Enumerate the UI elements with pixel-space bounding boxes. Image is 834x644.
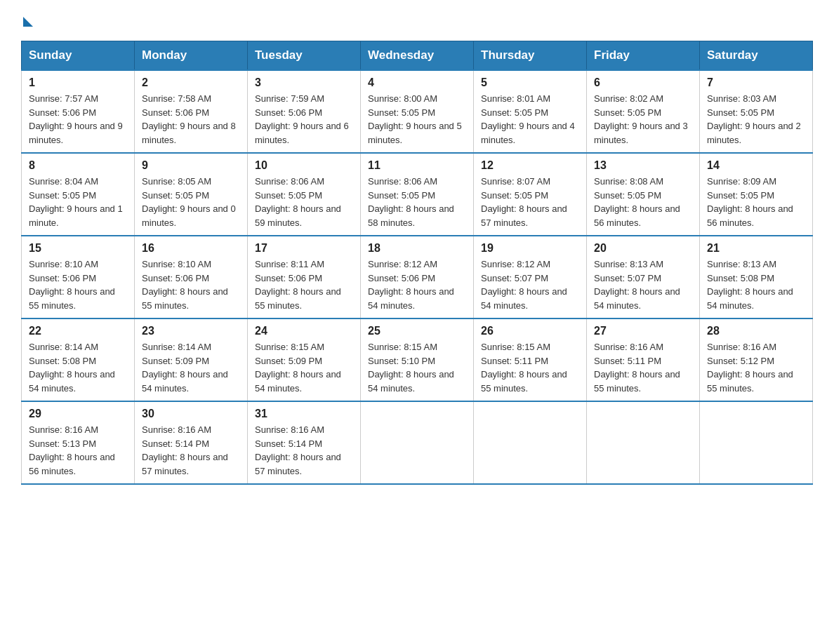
day-info: Sunrise: 8:12 AMSunset: 5:07 PMDaylight:…: [481, 259, 567, 311]
day-info: Sunrise: 8:08 AMSunset: 5:05 PMDaylight:…: [594, 176, 680, 228]
day-number: 12: [481, 159, 579, 172]
calendar-cell: 13 Sunrise: 8:08 AMSunset: 5:05 PMDaylig…: [587, 153, 700, 236]
calendar-cell: 28 Sunrise: 8:16 AMSunset: 5:12 PMDaylig…: [700, 318, 813, 401]
day-info: Sunrise: 8:15 AMSunset: 5:10 PMDaylight:…: [368, 342, 454, 394]
day-number: 24: [255, 325, 353, 337]
day-number: 1: [29, 76, 127, 89]
day-info: Sunrise: 8:10 AMSunset: 5:06 PMDaylight:…: [29, 259, 115, 311]
calendar-cell: 29 Sunrise: 8:16 AMSunset: 5:13 PMDaylig…: [22, 401, 135, 484]
day-info: Sunrise: 8:06 AMSunset: 5:05 PMDaylight:…: [255, 176, 341, 228]
logo-arrow-icon: [23, 17, 33, 27]
day-number: 16: [142, 242, 240, 255]
calendar-cell: 19 Sunrise: 8:12 AMSunset: 5:07 PMDaylig…: [474, 236, 587, 318]
weekday-header-tuesday: Tuesday: [248, 41, 361, 71]
calendar-cell: 3 Sunrise: 7:59 AMSunset: 5:06 PMDayligh…: [248, 70, 361, 153]
day-number: 15: [29, 242, 127, 255]
calendar-cell: 10 Sunrise: 8:06 AMSunset: 5:05 PMDaylig…: [248, 153, 361, 236]
day-info: Sunrise: 8:06 AMSunset: 5:05 PMDaylight:…: [368, 176, 454, 228]
weekday-header-sunday: Sunday: [22, 41, 135, 71]
logo: [21, 14, 33, 27]
calendar-cell: 7 Sunrise: 8:03 AMSunset: 5:05 PMDayligh…: [700, 70, 813, 153]
day-number: 25: [368, 325, 466, 337]
day-number: 2: [142, 76, 240, 89]
day-info: Sunrise: 8:16 AMSunset: 5:13 PMDaylight:…: [29, 424, 115, 476]
day-info: Sunrise: 8:16 AMSunset: 5:14 PMDaylight:…: [255, 424, 341, 476]
calendar-cell: 2 Sunrise: 7:58 AMSunset: 5:06 PMDayligh…: [135, 70, 248, 153]
day-info: Sunrise: 8:16 AMSunset: 5:11 PMDaylight:…: [594, 342, 680, 394]
weekday-header-wednesday: Wednesday: [361, 41, 474, 71]
calendar-cell: 31 Sunrise: 8:16 AMSunset: 5:14 PMDaylig…: [248, 401, 361, 484]
calendar-cell: 15 Sunrise: 8:10 AMSunset: 5:06 PMDaylig…: [22, 236, 135, 318]
day-info: Sunrise: 8:15 AMSunset: 5:11 PMDaylight:…: [481, 342, 567, 394]
day-info: Sunrise: 7:58 AMSunset: 5:06 PMDaylight:…: [142, 93, 236, 145]
day-number: 21: [707, 242, 805, 255]
calendar-cell: 30 Sunrise: 8:16 AMSunset: 5:14 PMDaylig…: [135, 401, 248, 484]
day-info: Sunrise: 8:09 AMSunset: 5:05 PMDaylight:…: [707, 176, 793, 228]
calendar-cell: 23 Sunrise: 8:14 AMSunset: 5:09 PMDaylig…: [135, 318, 248, 401]
day-info: Sunrise: 8:03 AMSunset: 5:05 PMDaylight:…: [707, 93, 801, 145]
day-number: 29: [29, 408, 127, 420]
weekday-header-saturday: Saturday: [700, 41, 813, 71]
calendar-cell: 12 Sunrise: 8:07 AMSunset: 5:05 PMDaylig…: [474, 153, 587, 236]
calendar-cell: 18 Sunrise: 8:12 AMSunset: 5:06 PMDaylig…: [361, 236, 474, 318]
day-number: 23: [142, 325, 240, 337]
day-number: 3: [255, 76, 353, 89]
day-info: Sunrise: 7:57 AMSunset: 5:06 PMDaylight:…: [29, 93, 123, 145]
calendar-cell: [361, 401, 474, 484]
day-number: 28: [707, 325, 805, 337]
calendar-cell: 27 Sunrise: 8:16 AMSunset: 5:11 PMDaylig…: [587, 318, 700, 401]
weekday-header-friday: Friday: [587, 41, 700, 71]
calendar-week-row: 1 Sunrise: 7:57 AMSunset: 5:06 PMDayligh…: [22, 70, 813, 153]
calendar-cell: [700, 401, 813, 484]
day-info: Sunrise: 8:16 AMSunset: 5:14 PMDaylight:…: [142, 424, 228, 476]
day-number: 14: [707, 159, 805, 172]
day-number: 9: [142, 159, 240, 172]
day-number: 5: [481, 76, 579, 89]
day-info: Sunrise: 8:15 AMSunset: 5:09 PMDaylight:…: [255, 342, 341, 394]
day-number: 19: [481, 242, 579, 255]
calendar-table: SundayMondayTuesdayWednesdayThursdayFrid…: [21, 41, 813, 485]
day-number: 22: [29, 325, 127, 337]
day-number: 27: [594, 325, 692, 337]
day-info: Sunrise: 8:01 AMSunset: 5:05 PMDaylight:…: [481, 93, 575, 145]
page-header: [21, 14, 813, 27]
day-info: Sunrise: 7:59 AMSunset: 5:06 PMDaylight:…: [255, 93, 349, 145]
day-info: Sunrise: 8:14 AMSunset: 5:08 PMDaylight:…: [29, 342, 115, 394]
calendar-cell: 26 Sunrise: 8:15 AMSunset: 5:11 PMDaylig…: [474, 318, 587, 401]
day-info: Sunrise: 8:13 AMSunset: 5:08 PMDaylight:…: [707, 259, 793, 311]
day-number: 7: [707, 76, 805, 89]
day-info: Sunrise: 8:11 AMSunset: 5:06 PMDaylight:…: [255, 259, 341, 311]
day-number: 31: [255, 408, 353, 420]
day-info: Sunrise: 8:02 AMSunset: 5:05 PMDaylight:…: [594, 93, 688, 145]
day-info: Sunrise: 8:04 AMSunset: 5:05 PMDaylight:…: [29, 176, 123, 228]
calendar-cell: 8 Sunrise: 8:04 AMSunset: 5:05 PMDayligh…: [22, 153, 135, 236]
calendar-cell: 4 Sunrise: 8:00 AMSunset: 5:05 PMDayligh…: [361, 70, 474, 153]
day-number: 8: [29, 159, 127, 172]
weekday-header-monday: Monday: [135, 41, 248, 71]
calendar-cell: 22 Sunrise: 8:14 AMSunset: 5:08 PMDaylig…: [22, 318, 135, 401]
calendar-cell: 1 Sunrise: 7:57 AMSunset: 5:06 PMDayligh…: [22, 70, 135, 153]
day-number: 4: [368, 76, 466, 89]
calendar-week-row: 29 Sunrise: 8:16 AMSunset: 5:13 PMDaylig…: [22, 401, 813, 484]
day-number: 20: [594, 242, 692, 255]
weekday-header-thursday: Thursday: [474, 41, 587, 71]
calendar-cell: 14 Sunrise: 8:09 AMSunset: 5:05 PMDaylig…: [700, 153, 813, 236]
day-info: Sunrise: 8:13 AMSunset: 5:07 PMDaylight:…: [594, 259, 680, 311]
calendar-header-row: SundayMondayTuesdayWednesdayThursdayFrid…: [22, 41, 813, 71]
day-info: Sunrise: 8:12 AMSunset: 5:06 PMDaylight:…: [368, 259, 454, 311]
calendar-cell: 25 Sunrise: 8:15 AMSunset: 5:10 PMDaylig…: [361, 318, 474, 401]
day-number: 30: [142, 408, 240, 420]
day-info: Sunrise: 8:05 AMSunset: 5:05 PMDaylight:…: [142, 176, 236, 228]
day-number: 18: [368, 242, 466, 255]
day-number: 13: [594, 159, 692, 172]
day-number: 26: [481, 325, 579, 337]
calendar-week-row: 8 Sunrise: 8:04 AMSunset: 5:05 PMDayligh…: [22, 153, 813, 236]
calendar-cell: 5 Sunrise: 8:01 AMSunset: 5:05 PMDayligh…: [474, 70, 587, 153]
day-number: 10: [255, 159, 353, 172]
calendar-cell: 21 Sunrise: 8:13 AMSunset: 5:08 PMDaylig…: [700, 236, 813, 318]
day-info: Sunrise: 8:07 AMSunset: 5:05 PMDaylight:…: [481, 176, 567, 228]
day-number: 11: [368, 159, 466, 172]
calendar-cell: [587, 401, 700, 484]
calendar-cell: 20 Sunrise: 8:13 AMSunset: 5:07 PMDaylig…: [587, 236, 700, 318]
day-info: Sunrise: 8:16 AMSunset: 5:12 PMDaylight:…: [707, 342, 793, 394]
